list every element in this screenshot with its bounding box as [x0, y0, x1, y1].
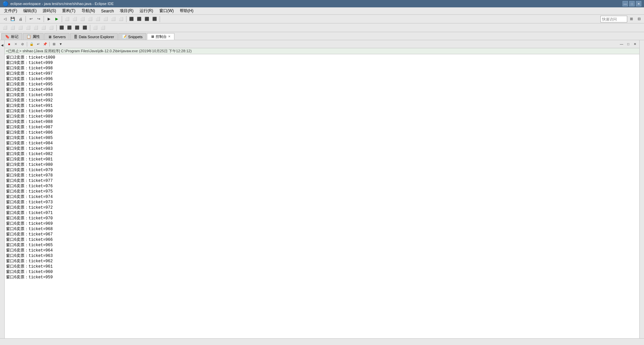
tb2-btn-9[interactable]: ⬛: [66, 24, 73, 31]
tb-redo-button[interactable]: ↪: [35, 15, 42, 23]
console-line: 窗口6卖票：ticket=969: [6, 221, 638, 226]
ctb-sep-1: [27, 42, 27, 47]
tab-properties[interactable]: 📋 属性: [23, 33, 44, 40]
tab-console[interactable]: 🖥 控制台 ✕: [147, 33, 174, 40]
tab-datasource-icon: 🗄: [74, 35, 77, 39]
tb-btn-9[interactable]: ⬜: [102, 15, 109, 23]
tb2-btn-8[interactable]: ⬛: [58, 24, 65, 31]
console-content[interactable]: 窗口2卖票：ticket=1000窗口9卖票：ticket=999窗口9卖票：t…: [5, 54, 639, 340]
tb2-btn-13[interactable]: ⬜: [99, 24, 107, 31]
menu-item-source[interactable]: 源码(S): [40, 7, 59, 14]
tb-btn-4[interactable]: ⬜: [63, 15, 71, 23]
tb2-btn-5[interactable]: ⬜: [32, 24, 40, 31]
tb-sep-5: [160, 16, 160, 22]
tb-print-button[interactable]: 🖨: [17, 15, 24, 23]
tb-new-button[interactable]: ◁: [1, 15, 9, 23]
tab-console-icon: 🖥: [151, 34, 154, 39]
tab-servers-icon: 🖥: [48, 35, 52, 39]
console-line: 窗口6卖票：ticket=970: [6, 216, 638, 221]
tb-undo-button[interactable]: ↩: [27, 15, 35, 23]
tb-btn-7[interactable]: ⬜: [87, 15, 94, 23]
pin-console-button[interactable]: 📌: [42, 41, 48, 47]
tb-debug-button[interactable]: ▶: [45, 15, 53, 23]
tb-save-button[interactable]: 💾: [9, 15, 16, 23]
menu-item-run[interactable]: 运行(R): [137, 7, 156, 14]
console-line: 窗口9卖票：ticket=978: [6, 173, 638, 178]
console-line: 窗口9卖票：ticket=997: [6, 71, 638, 76]
console-line: 窗口6卖票：ticket=963: [6, 253, 638, 259]
tb-layout-button[interactable]: ⊞: [628, 15, 635, 23]
tb-run-button[interactable]: ▶: [53, 15, 60, 23]
tb2-btn-10[interactable]: ⬛: [73, 24, 81, 31]
tab-properties-icon: 📋: [26, 34, 31, 39]
word-wrap-button[interactable]: ↵: [35, 41, 41, 47]
tab-snippets[interactable]: 📝 Snippets: [118, 33, 146, 40]
tab-console-label: 控制台: [156, 34, 167, 39]
console-line: 窗口9卖票：ticket=987: [6, 125, 638, 130]
tab-area: 🔖 标记 📋 属性 🖥 Servers 🗄 Data Source Explor…: [0, 32, 644, 40]
menu-item-edit[interactable]: 编辑(E): [20, 7, 39, 14]
quick-access-input[interactable]: [600, 16, 627, 22]
tab-datasource[interactable]: 🗄 Data Source Explorer: [70, 33, 118, 40]
menu-item-navigate[interactable]: 导航(N): [79, 7, 98, 14]
menu-item-file[interactable]: 文件(F): [1, 7, 20, 14]
tb-btn-11[interactable]: ⬜: [117, 15, 125, 23]
tb2-btn-7[interactable]: ⬜: [48, 24, 55, 31]
console-line: 窗口6卖票：ticket=977: [6, 178, 638, 184]
tb-sep-1: [25, 16, 26, 22]
open-console-button[interactable]: ⊞: [51, 41, 57, 47]
remove-terminated-button[interactable]: ✕: [13, 41, 19, 47]
left-panel: ◀: [0, 40, 5, 345]
console-line: 窗口9卖票：ticket=993: [6, 92, 638, 98]
console-line: 窗口9卖票：ticket=999: [6, 60, 638, 66]
menu-item-help[interactable]: 帮助(H): [177, 7, 196, 14]
clear-console-button[interactable]: ⊘: [19, 41, 25, 47]
console-line: 窗口6卖票：ticket=967: [6, 232, 638, 237]
menu-bar: 文件(F)编辑(E)源码(S)重构(T)导航(N)Search项目(R)运行(R…: [0, 7, 644, 15]
console-line: 窗口9卖票：ticket=981: [6, 157, 638, 162]
console-menu-button[interactable]: ▼: [58, 41, 64, 47]
tb-btn-14[interactable]: ⬛: [143, 15, 151, 23]
tb-btn-6[interactable]: ⬜: [79, 15, 86, 23]
tb2-btn-2[interactable]: ⬜: [9, 24, 16, 31]
close-button[interactable]: ✕: [636, 1, 641, 6]
menu-item-search[interactable]: Search: [98, 7, 116, 14]
close-view-button[interactable]: ✕: [632, 41, 638, 47]
tab-servers[interactable]: 🖥 Servers: [44, 33, 69, 40]
menu-item-window[interactable]: 窗口(W): [157, 7, 176, 14]
console-line: 窗口9卖票：ticket=996: [6, 76, 638, 82]
scroll-lock-button[interactable]: 🔒: [29, 41, 35, 47]
menu-item-refactor[interactable]: 重构(T): [59, 7, 78, 14]
console-line: 窗口6卖票：ticket=965: [6, 243, 638, 248]
tb2-btn-6[interactable]: ⬜: [40, 24, 47, 31]
tb-btn-15[interactable]: ⬛: [151, 15, 158, 23]
console-line: 窗口9卖票：ticket=995: [6, 82, 638, 87]
terminate-button[interactable]: ■: [6, 41, 12, 47]
console-line: 窗口6卖票：ticket=959: [6, 275, 638, 280]
tb2-btn-3[interactable]: ⬜: [17, 24, 24, 31]
tb2-btn-12[interactable]: ⬜: [92, 24, 99, 31]
maximize-view-button[interactable]: □: [625, 41, 631, 47]
minimize-button[interactable]: —: [623, 1, 628, 6]
menu-item-project[interactable]: 项目(R): [117, 7, 136, 14]
tb-btn-13[interactable]: ⬛: [136, 15, 143, 23]
tb-btn-10[interactable]: ⬜: [110, 15, 117, 23]
title-bar-left: 🔵 eclipse-workspace - java test/src/nine…: [3, 1, 114, 6]
tb-sep-4: [126, 16, 126, 22]
tb2-btn-11[interactable]: ⬛: [81, 24, 89, 31]
tb-perspective-button[interactable]: ⊟: [635, 15, 643, 23]
console-line: 窗口6卖票：ticket=964: [6, 248, 638, 253]
tab-console-close[interactable]: ✕: [168, 35, 171, 38]
tb2-btn-1[interactable]: ⬜: [1, 24, 9, 31]
tb-btn-8[interactable]: ⬜: [94, 15, 102, 23]
maximize-button[interactable]: □: [629, 1, 635, 6]
tab-bookmarks[interactable]: 🔖 标记: [1, 33, 22, 40]
tab-datasource-label: Data Source Explorer: [79, 35, 114, 39]
tb-btn-5[interactable]: ⬜: [71, 15, 78, 23]
title-bar: 🔵 eclipse-workspace - java test/src/nine…: [0, 0, 644, 7]
minimize-view-button[interactable]: —: [619, 41, 625, 47]
ctb-sep-2: [49, 42, 50, 47]
tb-btn-12[interactable]: ⬛: [128, 15, 135, 23]
tb2-btn-4[interactable]: ⬜: [24, 24, 32, 31]
tb2-sep-1: [56, 25, 57, 31]
